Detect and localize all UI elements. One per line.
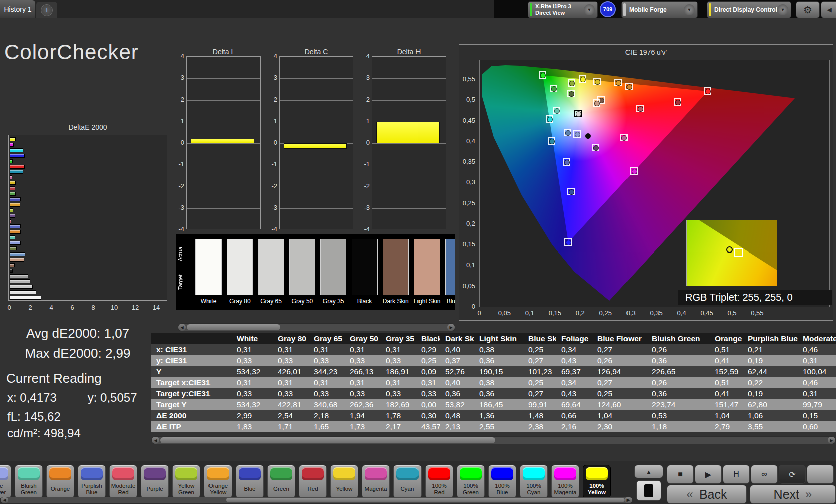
axis-tick-label: 0,2: [459, 220, 475, 227]
row-label: Target x:CIE31: [151, 377, 232, 388]
workflow-status-bar: [709, 3, 711, 16]
settings-button[interactable]: ⚙: [796, 1, 820, 18]
pattern-source-dropdown[interactable]: Mobile Forge ▼: [621, 1, 698, 18]
table-cell: 262,36: [345, 399, 381, 410]
scroll-left-icon[interactable]: ◀: [152, 437, 159, 444]
patch-color-chip: [112, 467, 134, 480]
patch-strip-scrollbar[interactable]: ◀ ▶: [0, 497, 633, 503]
tab-history-1[interactable]: History 1: [0, 0, 35, 18]
stop-button[interactable]: ■: [667, 465, 694, 484]
table-cell: 422,81: [273, 399, 309, 410]
collapse-panel-button[interactable]: ◀: [821, 1, 836, 18]
patch-button-yellow[interactable]: Yellow: [330, 465, 358, 498]
table-cell: 0,27: [592, 344, 647, 355]
table-cell: 0,26: [592, 355, 647, 366]
column-header: Moderate Red: [798, 333, 836, 344]
axis-tick-label: -2: [359, 182, 370, 190]
patch-button-100-blue[interactable]: 100% Blue: [488, 465, 516, 498]
meter-dropdown[interactable]: X-Rite i1Pro 3 Direct View ▼: [528, 1, 598, 18]
table-scrollbar[interactable]: ◀ ▶: [151, 436, 836, 444]
axis-tick-label: -1: [173, 160, 184, 168]
table-cell: 2,55: [474, 421, 523, 432]
measured-dot-marker: [554, 108, 560, 114]
patch-button-yellow-green[interactable]: Yellow Green: [172, 465, 200, 498]
patch-button-green[interactable]: Green: [267, 465, 295, 498]
patch-button-100-magenta[interactable]: 100% Magenta: [551, 465, 579, 498]
axis-tick-label: 10: [108, 304, 120, 311]
column-header: Foliage: [556, 333, 592, 344]
colorspace-709-badge[interactable]: 709: [600, 1, 616, 17]
blank-button[interactable]: [807, 465, 834, 484]
column-header: Black: [416, 333, 440, 344]
scrollbar-thumb[interactable]: [187, 324, 280, 330]
patch-button-label: 100% Red: [426, 480, 453, 498]
patch-button-red[interactable]: Red: [299, 465, 327, 498]
scrollbar-thumb[interactable]: [226, 498, 624, 502]
axis-tick-label: -4: [359, 225, 370, 233]
scroll-left-icon[interactable]: ◀: [178, 324, 186, 331]
table-cell: 99,79: [798, 399, 836, 410]
table-cell: 340,68: [309, 399, 345, 410]
table-cell: 0,31: [309, 344, 345, 355]
deltae-bar: [10, 186, 15, 190]
patch-button-purple[interactable]: Purple: [141, 465, 169, 498]
continuous-button[interactable]: ∞: [751, 465, 778, 484]
patch-button-bluish-green[interactable]: Bluish Green: [15, 465, 43, 498]
measure-window-button[interactable]: Η: [723, 465, 750, 484]
table-cell: 0,29: [416, 344, 440, 355]
play-button[interactable]: ▶: [695, 465, 722, 484]
table-cell: 0,36: [647, 388, 710, 399]
swatch-strip-scrollbar[interactable]: ◀ ▶: [178, 323, 455, 331]
table-cell: 2,30: [592, 421, 647, 432]
table-cell: 0,38: [474, 344, 523, 355]
patch-button-cyan[interactable]: Cyan: [393, 465, 422, 498]
patch-button-magenta[interactable]: Magenta: [362, 465, 390, 498]
axis-tick-label: 0,35: [459, 158, 475, 165]
pattern-window-toggle[interactable]: [636, 480, 661, 501]
patch-button-moderate-red[interactable]: Moderate Red: [109, 465, 137, 498]
scroll-right-icon[interactable]: ▶: [828, 437, 835, 444]
scroll-left-icon[interactable]: ◀: [1, 497, 8, 503]
column-header: Orange: [710, 333, 743, 344]
patch-button-100-green[interactable]: 100% Green: [457, 465, 485, 498]
patch-button-orange-yellow[interactable]: Orange Yellow: [204, 465, 232, 498]
back-button[interactable]: « Back: [667, 485, 747, 504]
cie-zoom-inset: [686, 220, 777, 286]
patch-button-100-red[interactable]: 100% Red: [425, 465, 453, 498]
swatch-label: Blue Sky: [440, 298, 455, 305]
patch-button-blue-flower[interactable]: Blue Flower: [0, 465, 11, 498]
refresh-button[interactable]: ⟳: [779, 465, 806, 484]
table-cell: 0,36: [440, 388, 474, 399]
scroll-right-icon[interactable]: ▶: [447, 324, 455, 331]
gear-icon: ⚙: [803, 4, 812, 16]
patch-color-chip: [144, 467, 166, 480]
table-cell: 0,31: [273, 377, 309, 388]
table-cell: 0,33: [345, 355, 381, 366]
patch-button-100-yellow[interactable]: 100% Yellow: [583, 465, 611, 498]
table-cell: 1,83: [232, 421, 273, 432]
scrollbar-thumb[interactable]: [160, 437, 495, 443]
continuous-icon: ∞: [761, 470, 767, 479]
axis-tick-label: 0: [266, 139, 277, 146]
scroll-right-icon[interactable]: ▶: [624, 497, 632, 503]
add-tab-button[interactable]: +: [36, 2, 57, 18]
row-label: Y: [151, 366, 232, 377]
next-button[interactable]: Next »: [750, 485, 836, 504]
gridline: [157, 135, 157, 300]
table-cell: 0,33: [381, 355, 416, 366]
source-status-bar: [623, 3, 626, 16]
table-cell: 0,51: [710, 344, 743, 355]
patch-button-orange[interactable]: Orange: [46, 465, 74, 498]
patch-button-purplish-blue[interactable]: Purplish Blue: [78, 465, 106, 498]
patch-button-100-cyan[interactable]: 100% Cyan: [520, 465, 548, 498]
display-control-dropdown[interactable]: Direct Display Control ▼: [707, 1, 791, 18]
scroll-up-button[interactable]: ▲: [634, 465, 663, 478]
table-cell: 69,37: [556, 366, 592, 377]
patch-color-chip: [175, 467, 197, 480]
inset-measured-marker: [726, 246, 733, 253]
patch-color-chip: [270, 467, 292, 480]
patch-color-chip: [239, 467, 261, 480]
patch-color-chip: [0, 467, 8, 480]
patch-button-blue[interactable]: Blue: [236, 465, 264, 498]
axis-tick-label: 0: [173, 139, 184, 146]
